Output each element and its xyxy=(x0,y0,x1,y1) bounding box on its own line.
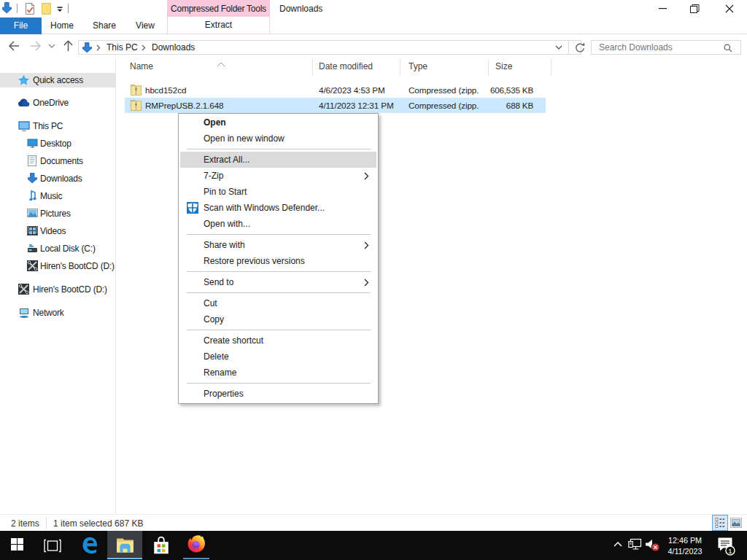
svg-text:1: 1 xyxy=(728,547,732,555)
